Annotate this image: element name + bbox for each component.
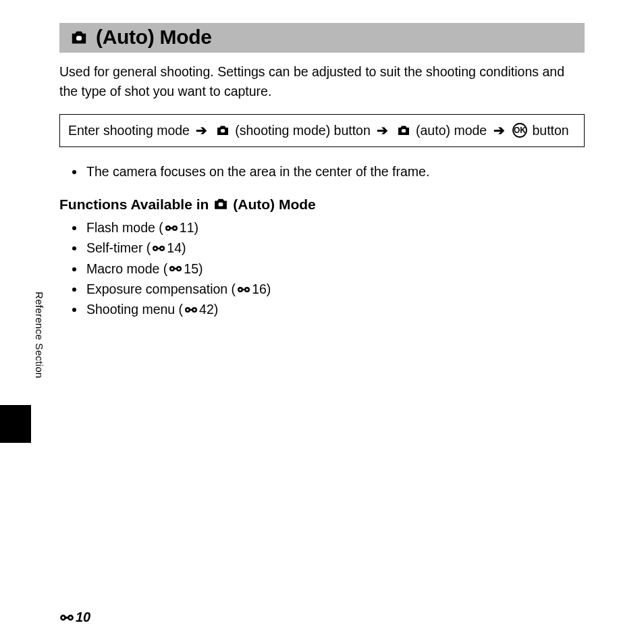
info-bullets: The camera focuses on the area in the ce… bbox=[59, 162, 585, 182]
camera-icon bbox=[69, 29, 89, 49]
reference-icon bbox=[169, 265, 182, 273]
function-label: Macro mode ( bbox=[86, 261, 167, 276]
reference-icon bbox=[237, 286, 250, 294]
subhead-text-pre: Functions Available in bbox=[59, 196, 209, 213]
reference-icon bbox=[184, 306, 198, 314]
function-ref: 16) bbox=[252, 281, 271, 296]
info-bullet-item: The camera focuses on the area in the ce… bbox=[85, 162, 585, 182]
seq-step-4: button bbox=[532, 123, 568, 138]
function-ref: 11) bbox=[180, 220, 198, 235]
function-ref: 14) bbox=[167, 240, 186, 255]
intro-paragraph: Used for general shooting. Settings can … bbox=[59, 62, 585, 102]
subsection-heading: Functions Available in (Auto) Mode bbox=[59, 196, 585, 213]
list-item: Exposure compensation (16) bbox=[85, 279, 585, 299]
side-tab-marker bbox=[0, 405, 31, 443]
seq-step-2: (shooting mode) button bbox=[235, 123, 371, 138]
function-label: Self-timer ( bbox=[86, 240, 151, 255]
seq-step-1: Enter shooting mode bbox=[68, 123, 190, 138]
seq-step-3: (auto) mode bbox=[416, 123, 487, 138]
ok-button-icon bbox=[512, 123, 527, 138]
page-number-value: 10 bbox=[76, 610, 90, 625]
list-item: Self-timer (14) bbox=[85, 238, 585, 258]
function-label: Shooting menu ( bbox=[86, 302, 183, 317]
subhead-text-post: (Auto) Mode bbox=[233, 196, 315, 213]
side-section-label: Reference Section bbox=[34, 292, 45, 379]
function-label: Exposure compensation ( bbox=[86, 281, 236, 296]
reference-icon bbox=[165, 224, 178, 232]
function-label: Flash mode ( bbox=[86, 220, 163, 235]
list-item: Macro mode (15) bbox=[85, 259, 585, 279]
list-item: Flash mode (11) bbox=[85, 218, 585, 238]
page-number: 10 bbox=[59, 610, 90, 625]
functions-list: Flash mode (11) Self-timer (14) Macro mo… bbox=[59, 218, 585, 319]
arrow-icon: ➔ bbox=[196, 123, 207, 138]
arrow-icon: ➔ bbox=[493, 123, 505, 138]
page: (Auto) Mode Used for general shooting. S… bbox=[0, 0, 644, 319]
function-ref: 42) bbox=[199, 302, 218, 317]
camera-icon bbox=[215, 124, 230, 136]
reference-icon bbox=[152, 244, 165, 252]
arrow-icon: ➔ bbox=[377, 123, 388, 138]
camera-icon bbox=[213, 197, 229, 211]
reference-icon bbox=[59, 613, 74, 622]
function-ref: 15) bbox=[184, 261, 203, 276]
section-title-bar: (Auto) Mode bbox=[59, 23, 585, 53]
camera-icon bbox=[396, 124, 411, 136]
section-title: (Auto) Mode bbox=[96, 26, 212, 49]
navigation-sequence-box: Enter shooting mode ➔ (shooting mode) bu… bbox=[59, 114, 585, 147]
list-item: Shooting menu (42) bbox=[85, 300, 585, 319]
